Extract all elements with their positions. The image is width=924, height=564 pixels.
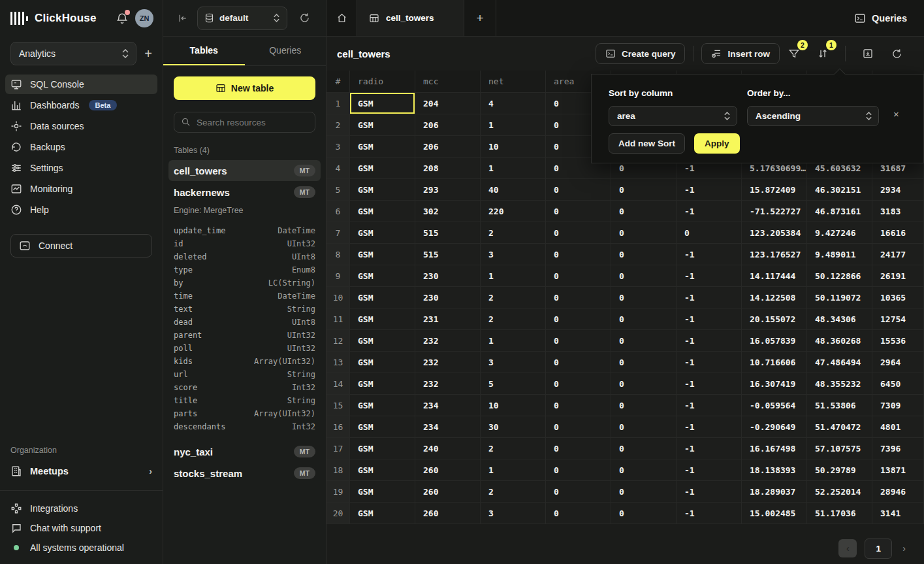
cell-mcc[interactable]: 208 — [415, 158, 481, 179]
sidebar-item-data-sources[interactable]: Data sources — [5, 116, 157, 136]
cell-cell[interactable]: 0 — [611, 308, 677, 330]
cell-cell[interactable]: 0 — [611, 481, 677, 503]
download-button[interactable] — [858, 44, 878, 63]
cell-range[interactable]: 16616 — [872, 222, 924, 244]
cell-radio[interactable]: GSM — [350, 201, 415, 222]
cell-cell[interactable]: 0 — [611, 244, 677, 265]
cell-lon[interactable]: 16.057839 — [742, 330, 807, 352]
current-page-indicator[interactable]: 1 — [865, 539, 892, 559]
cell-net[interactable]: 1 — [481, 459, 546, 481]
cell-range[interactable]: 3183 — [872, 201, 924, 222]
cell-area[interactable]: 0 — [546, 287, 611, 308]
cell-area[interactable]: 0 — [546, 330, 611, 352]
cell-net[interactable]: 3 — [481, 503, 546, 524]
home-tab[interactable] — [327, 0, 357, 36]
cell-lon[interactable]: 16.307419 — [742, 373, 807, 395]
cell-mcc[interactable]: 231 — [415, 308, 481, 330]
cell-area[interactable]: 0 — [546, 179, 611, 201]
add-new-sort-button[interactable]: Add new Sort — [609, 133, 685, 154]
sidebar-item-dashboards[interactable]: Dashboards Beta — [5, 95, 157, 115]
cell-net[interactable]: 3 — [481, 244, 546, 265]
cell-area[interactable]: 0 — [546, 373, 611, 395]
cell-area[interactable]: 0 — [546, 503, 611, 524]
cell-unit[interactable]: -1 — [677, 459, 742, 481]
cell-cell[interactable]: 0 — [611, 287, 677, 308]
previous-page-button[interactable]: ‹ — [838, 539, 857, 557]
cell-radio[interactable]: GSM — [350, 93, 415, 114]
cell-mcc[interactable]: 234 — [415, 395, 481, 416]
cell-radio[interactable]: GSM — [350, 438, 415, 459]
sidebar-item-integrations[interactable]: Integrations — [5, 499, 157, 518]
cell-unit[interactable]: -1 — [677, 395, 742, 416]
cell-net[interactable]: 2 — [481, 287, 546, 308]
cell-lat[interactable]: 48.360268 — [807, 330, 872, 352]
cell-unit[interactable]: -1 — [677, 416, 742, 438]
sidebar-item-chat-support[interactable]: Chat with support — [5, 518, 157, 538]
cell-lon[interactable]: 14.122508 — [742, 287, 807, 308]
cell-lon[interactable]: 15.002485 — [742, 503, 807, 524]
cell-range[interactable]: 15536 — [872, 330, 924, 352]
cell-mcc[interactable]: 204 — [415, 93, 481, 114]
cell-net[interactable]: 4 — [481, 93, 546, 114]
table-item-stocks-stream[interactable]: stocks_stream MT — [168, 463, 321, 484]
cell-net[interactable]: 1 — [481, 114, 546, 136]
sidebar-item-backups[interactable]: Backups — [5, 137, 157, 157]
cell-unit[interactable]: 0 — [677, 222, 742, 244]
cell-radio[interactable]: GSM — [350, 503, 415, 524]
table-item-cell-towers[interactable]: cell_towers MT — [168, 160, 321, 181]
cell-lat[interactable]: 46.302151 — [807, 179, 872, 201]
sidebar-item-help[interactable]: Help — [5, 200, 157, 220]
cell-net[interactable]: 1 — [481, 158, 546, 179]
avatar[interactable]: ZN — [135, 9, 153, 27]
cell-lat[interactable]: 46.873161 — [807, 201, 872, 222]
notifications-bell-icon[interactable] — [116, 12, 129, 25]
cell-mcc[interactable]: 232 — [415, 352, 481, 373]
column-header-radio[interactable]: radio — [350, 71, 415, 93]
cell-lon[interactable]: 123.176527 — [742, 244, 807, 265]
cell-radio[interactable]: GSM — [350, 330, 415, 352]
cell-net[interactable]: 3 — [481, 352, 546, 373]
cell-range[interactable]: 7309 — [872, 395, 924, 416]
table-item-nyc-taxi[interactable]: nyc_taxi MT — [168, 441, 321, 462]
cell-radio[interactable]: GSM — [350, 395, 415, 416]
create-query-button[interactable]: Create query — [596, 43, 686, 64]
cell-area[interactable]: 0 — [546, 395, 611, 416]
cell-range[interactable]: 4801 — [872, 416, 924, 438]
cell-unit[interactable]: -1 — [677, 287, 742, 308]
cell-unit[interactable]: -1 — [677, 308, 742, 330]
cell-lon[interactable]: 16.167498 — [742, 438, 807, 459]
cell-net[interactable]: 5 — [481, 373, 546, 395]
cell-lat[interactable]: 51.53806 — [807, 395, 872, 416]
sort-column-select[interactable]: area — [609, 106, 737, 126]
cell-cell[interactable]: 0 — [611, 179, 677, 201]
cell-area[interactable]: 0 — [546, 201, 611, 222]
cell-net[interactable]: 2 — [481, 481, 546, 503]
cell-area[interactable]: 0 — [546, 352, 611, 373]
cell-mcc[interactable]: 206 — [415, 114, 481, 136]
cell-lon[interactable]: 15.872409 — [742, 179, 807, 201]
refresh-table-button[interactable] — [887, 44, 906, 63]
cell-lon[interactable]: -71.522727 — [742, 201, 807, 222]
cell-mcc[interactable]: 302 — [415, 201, 481, 222]
cell-range[interactable]: 3141 — [872, 503, 924, 524]
cell-lon[interactable]: 10.716606 — [742, 352, 807, 373]
cell-area[interactable]: 0 — [546, 481, 611, 503]
cell-area[interactable]: 0 — [546, 308, 611, 330]
cell-cell[interactable]: 0 — [611, 416, 677, 438]
cell-range[interactable]: 28946 — [872, 481, 924, 503]
tab-cell-towers[interactable]: cell_towers — [357, 0, 464, 36]
cell-unit[interactable]: -1 — [677, 179, 742, 201]
cell-net[interactable]: 10 — [481, 136, 546, 158]
cell-lat[interactable]: 52.252014 — [807, 481, 872, 503]
cell-mcc[interactable]: 260 — [415, 459, 481, 481]
cell-lon[interactable]: 20.155072 — [742, 308, 807, 330]
cell-range[interactable]: 12754 — [872, 308, 924, 330]
cell-net[interactable]: 2 — [481, 222, 546, 244]
cell-unit[interactable]: -1 — [677, 330, 742, 352]
cell-lat[interactable]: 50.119072 — [807, 287, 872, 308]
queries-link[interactable]: Queries — [854, 12, 907, 24]
cell-lat[interactable]: 48.34306 — [807, 308, 872, 330]
cell-cell[interactable]: 0 — [611, 222, 677, 244]
cell-lon[interactable]: 14.117444 — [742, 265, 807, 287]
database-select[interactable]: default — [197, 7, 287, 30]
